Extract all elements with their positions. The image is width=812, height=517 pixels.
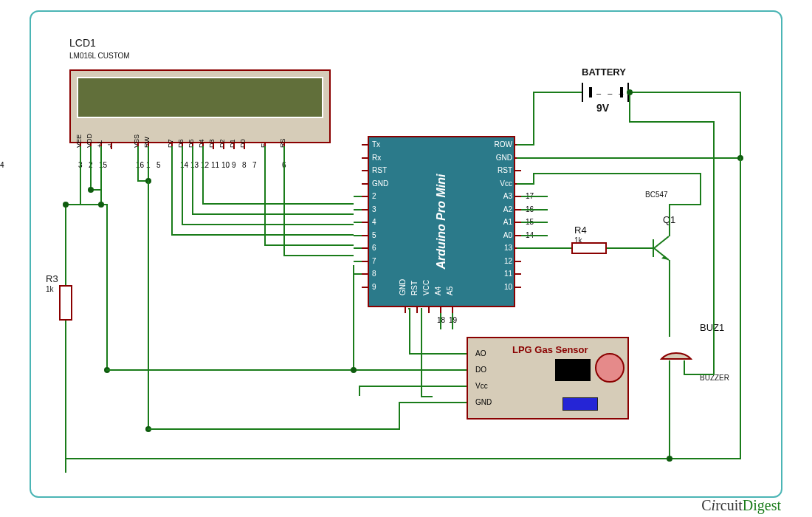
- lcd-pin-d4: D4: [198, 139, 205, 148]
- lcd-pin-d5: D5: [187, 139, 195, 148]
- lcd-component: [69, 69, 331, 143]
- lcd-pin-vdd: VDD: [86, 134, 93, 148]
- lcd-pin-d2: D2: [219, 139, 226, 148]
- lcd-pin-vss: VSS: [133, 134, 140, 148]
- lcd-pin-d7: D7: [167, 139, 174, 148]
- lcd-pin-rs: RS: [279, 138, 286, 148]
- lcd-ref: LCD1: [69, 37, 96, 49]
- arduino-label: Arduino Pro Mini: [435, 174, 448, 270]
- lcd-pin-rw: RW: [143, 137, 151, 148]
- r4-ref: R4: [574, 225, 587, 236]
- lpg-gas-sensor: LPG Gas Sensor: [467, 337, 629, 420]
- lcd-pin-d1: D1: [229, 139, 236, 148]
- battery-label: BATTERY: [582, 66, 626, 78]
- r3-value: 1k: [46, 285, 54, 293]
- lcd-pin-d6: D6: [177, 139, 185, 148]
- sensor-chip-icon: [555, 359, 591, 381]
- sensor-pot-icon: [562, 397, 598, 411]
- r3-ref: R3: [46, 273, 58, 284]
- lcd-pin-vee: VEE: [75, 134, 83, 148]
- lcd-pin-d3: D3: [208, 139, 216, 148]
- lcd-screen: [77, 77, 323, 118]
- arduino-pro-mini: Arduino Pro Mini: [368, 136, 515, 307]
- q1-part: BC547: [645, 191, 668, 199]
- lcd-pin-e: E: [260, 143, 267, 148]
- buzzer-icon: [654, 337, 698, 362]
- lcd-pin--l: -L: [106, 142, 114, 148]
- sensor-head-icon: [595, 353, 625, 383]
- lcd-part: LM016L CUSTOM: [69, 52, 130, 60]
- buzzer-ref: BUZ1: [700, 322, 724, 333]
- battery-value: 9V: [596, 102, 609, 114]
- lcd-pin-d0: D0: [239, 139, 247, 148]
- watermark: CircuitDigest: [701, 497, 781, 514]
- sensor-title: LPG Gas Sensor: [512, 344, 588, 355]
- lcd-pin-+l: +L: [96, 140, 103, 148]
